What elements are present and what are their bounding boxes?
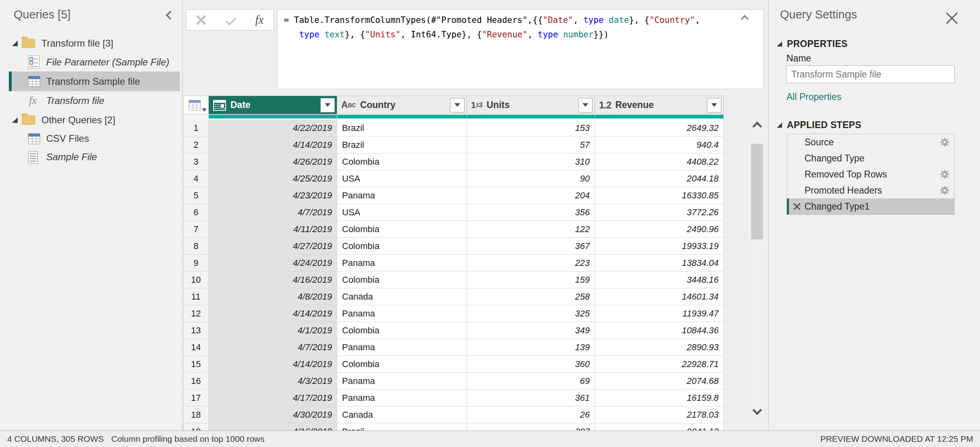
country-cell[interactable]: Panama <box>337 373 467 390</box>
revenue-cell[interactable]: 940.4 <box>595 137 724 153</box>
row-number-cell[interactable]: 18 <box>183 406 209 423</box>
revenue-cell[interactable]: 9041.12 <box>595 423 724 431</box>
commit-formula-icon[interactable] <box>226 14 236 25</box>
revenue-cell[interactable]: 16330.85 <box>595 187 724 204</box>
row-number-cell[interactable]: 9 <box>183 255 209 271</box>
country-cell[interactable]: Colombia <box>337 322 467 339</box>
applied-step-changed-type[interactable]: Changed Type <box>787 150 954 166</box>
table-corner-button[interactable] <box>183 96 209 114</box>
step-settings-gear-icon[interactable] <box>940 186 949 195</box>
row-number-cell[interactable]: 7 <box>183 221 209 238</box>
date-cell[interactable]: 4/11/2019 <box>209 221 337 238</box>
query-item-transform-sample-file[interactable]: Transform Sample file <box>0 71 183 91</box>
country-cell[interactable]: Panama <box>337 187 467 204</box>
country-cell[interactable]: Colombia <box>337 238 467 255</box>
formula-bar[interactable]: = Table.TransformColumnTypes(#"Promoted … <box>277 9 764 89</box>
country-cell[interactable]: Panama <box>337 305 467 322</box>
units-cell[interactable]: 69 <box>467 373 595 390</box>
date-cell[interactable]: 4/14/2019 <box>209 137 337 153</box>
country-cell[interactable]: USA <box>337 204 467 221</box>
date-cell[interactable]: 4/7/2019 <box>209 204 337 221</box>
row-number-cell[interactable]: 5 <box>183 187 209 204</box>
row-number-cell[interactable]: 3 <box>183 153 209 170</box>
country-cell[interactable]: Colombia <box>337 356 467 373</box>
revenue-cell[interactable]: 3448.16 <box>595 271 724 288</box>
date-cell[interactable]: 4/7/2019 <box>209 339 337 356</box>
step-settings-gear-icon[interactable] <box>940 137 949 147</box>
units-cell[interactable]: 367 <box>467 238 595 255</box>
row-number-cell[interactable]: 13 <box>183 322 209 339</box>
country-cell[interactable]: Colombia <box>337 153 467 170</box>
collapse-formula-bar-button[interactable] <box>742 16 748 23</box>
applied-step-changed-type1[interactable]: Changed Type1 <box>787 198 954 214</box>
country-cell[interactable]: Brazil <box>337 423 467 431</box>
applied-step-removed-top-rows[interactable]: Removed Top Rows <box>787 166 954 182</box>
row-number-cell[interactable]: 15 <box>183 356 209 373</box>
filter-button[interactable] <box>450 98 465 112</box>
units-cell[interactable]: 153 <box>467 120 595 137</box>
applied-step-promoted-headers[interactable]: Promoted Headers <box>787 182 954 198</box>
step-settings-gear-icon[interactable] <box>940 169 949 179</box>
applied-steps-section-header[interactable]: APPLIED STEPS <box>777 120 861 131</box>
column-header-revenue[interactable]: 1.2Revenue <box>595 96 724 114</box>
profiling-info[interactable]: Column profiling based on top 1000 rows <box>111 434 265 444</box>
revenue-cell[interactable]: 19933.19 <box>595 238 724 255</box>
query-item-csv-files[interactable]: CSV Files <box>0 129 183 148</box>
scrollbar-thumb[interactable] <box>751 144 763 239</box>
row-number-cell[interactable]: 4 <box>183 170 209 187</box>
units-cell[interactable]: 349 <box>467 322 595 339</box>
expand-triangle-icon[interactable] <box>12 117 18 123</box>
revenue-cell[interactable]: 14601.34 <box>595 288 724 305</box>
revenue-cell[interactable]: 16159.8 <box>595 390 724 406</box>
units-cell[interactable]: 204 <box>467 187 595 204</box>
date-cell[interactable]: 4/24/2019 <box>209 255 337 271</box>
units-cell[interactable]: 360 <box>467 356 595 373</box>
revenue-cell[interactable]: 10844.36 <box>595 322 724 339</box>
revenue-cell[interactable]: 22928.71 <box>595 356 724 373</box>
country-cell[interactable]: Colombia <box>337 271 467 288</box>
units-cell[interactable]: 26 <box>467 406 595 423</box>
revenue-cell[interactable]: 2178.03 <box>595 406 724 423</box>
units-cell[interactable]: 361 <box>467 390 595 406</box>
row-number-cell[interactable]: 14 <box>183 339 209 356</box>
row-number-cell[interactable]: 6 <box>183 204 209 221</box>
date-cell[interactable]: 4/27/2019 <box>209 238 337 255</box>
scroll-up-icon[interactable] <box>752 121 762 131</box>
units-cell[interactable]: 387 <box>467 423 595 431</box>
column-header-units[interactable]: 123Units <box>467 96 595 114</box>
date-cell[interactable]: 4/16/2019 <box>209 423 337 431</box>
column-header-date[interactable]: Date <box>209 96 337 114</box>
filter-button[interactable] <box>578 98 593 112</box>
query-item-transform-file[interactable]: fxTransform file <box>0 91 183 110</box>
date-cell[interactable]: 4/23/2019 <box>209 187 337 204</box>
revenue-cell[interactable]: 4408.22 <box>595 153 724 170</box>
scroll-down-icon[interactable] <box>752 405 762 415</box>
units-cell[interactable]: 223 <box>467 255 595 271</box>
revenue-cell[interactable]: 11939.47 <box>595 305 724 322</box>
country-cell[interactable]: USA <box>337 170 467 187</box>
filter-button[interactable] <box>320 98 335 112</box>
query-item-other-queries-2[interactable]: Other Queries [2] <box>0 111 183 129</box>
row-number-cell[interactable]: 12 <box>183 305 209 322</box>
date-cell[interactable]: 4/25/2019 <box>209 170 337 187</box>
fx-icon[interactable]: fx <box>255 13 264 27</box>
row-number-cell[interactable]: 11 <box>183 288 209 305</box>
expand-triangle-icon[interactable] <box>12 41 18 46</box>
query-item-sample-file[interactable]: Sample File <box>0 148 183 166</box>
country-cell[interactable]: Panama <box>337 255 467 271</box>
units-cell[interactable]: 159 <box>467 271 595 288</box>
units-cell[interactable]: 310 <box>467 153 595 170</box>
date-cell[interactable]: 4/14/2019 <box>209 356 337 373</box>
query-item-file-parameter-sample-file[interactable]: File Parameter (Sample File) <box>0 53 183 71</box>
date-cell[interactable]: 4/26/2019 <box>209 153 337 170</box>
date-cell[interactable]: 4/8/2019 <box>209 288 337 305</box>
units-cell[interactable]: 57 <box>467 137 595 153</box>
country-cell[interactable]: Brazil <box>337 137 467 153</box>
revenue-cell[interactable]: 2649.32 <box>595 120 724 137</box>
row-number-cell[interactable]: 2 <box>183 137 209 153</box>
date-cell[interactable]: 4/22/2019 <box>209 120 337 137</box>
revenue-cell[interactable]: 2074.68 <box>595 373 724 390</box>
row-number-cell[interactable]: 8 <box>183 238 209 255</box>
collapse-queries-pane-button[interactable] <box>167 12 173 20</box>
date-cell[interactable]: 4/16/2019 <box>209 271 337 288</box>
